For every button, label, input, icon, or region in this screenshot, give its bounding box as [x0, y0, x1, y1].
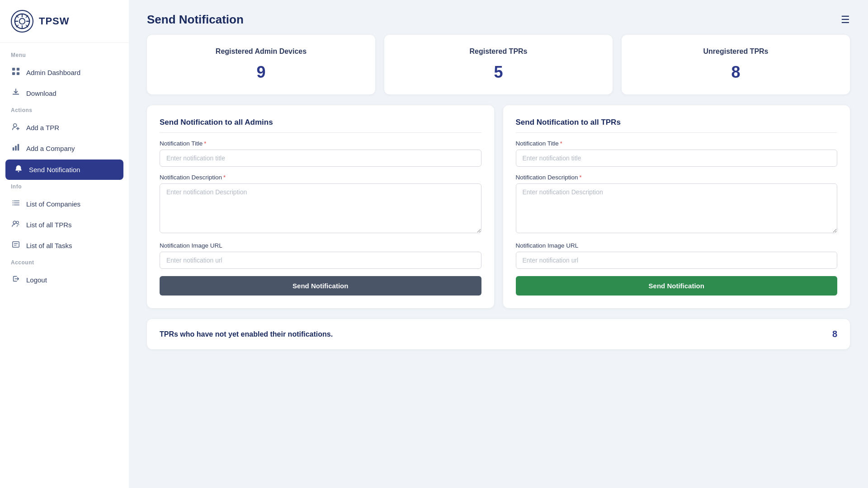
svg-rect-11 [17, 68, 19, 70]
sidebar-logo: TPSW [0, 0, 129, 43]
svg-rect-13 [17, 72, 19, 75]
sidebar-account-section: Account Logout [0, 259, 129, 290]
grid-icon [11, 67, 21, 78]
sidebar-item-label: Logout [26, 276, 47, 284]
sidebar-item-admin-dashboard[interactable]: Admin Dashboard [0, 62, 129, 83]
people-icon [11, 220, 21, 230]
logout-icon [11, 275, 21, 285]
sidebar-item-label: List of all Tasks [26, 242, 72, 249]
form-card-admins: Send Notification to all Admins Notifica… [147, 105, 494, 308]
bottom-section: TPRs who have not yet enabled their noti… [129, 319, 868, 360]
tprs-notification-url-input[interactable] [516, 252, 838, 269]
bottom-card-label: TPRs who have not yet enabled their noti… [160, 330, 333, 338]
bell-icon [14, 164, 24, 175]
admins-url-label: Notification Image URL [160, 242, 481, 249]
svg-point-1 [19, 19, 25, 24]
stat-card-registered-tprs: Registered TPRs 5 [384, 35, 613, 94]
svg-point-25 [13, 221, 16, 224]
svg-point-14 [14, 124, 17, 127]
svg-rect-16 [15, 145, 17, 150]
stat-card-admin-devices: Registered Admin Devices 9 [147, 35, 375, 94]
sidebar-nav: Menu Admin Dashboard Download Actions [0, 43, 129, 488]
bar-chart-icon [11, 143, 21, 154]
stat-value: 9 [158, 63, 364, 82]
sidebar-item-add-company[interactable]: Add a Company [0, 138, 129, 159]
actions-label: Actions [0, 107, 129, 117]
sidebar-item-label: List of Companies [26, 200, 80, 208]
stat-title: Unregistered TPRs [632, 47, 839, 56]
bottom-card: TPRs who have not yet enabled their noti… [147, 319, 850, 349]
admins-desc-label: Notification Description * [160, 174, 481, 181]
svg-rect-12 [12, 72, 15, 75]
form-tprs-title: Send Notification to all TPRs [516, 118, 838, 133]
svg-point-19 [13, 200, 14, 201]
required-star: * [580, 174, 582, 181]
sidebar-actions-section: Actions Add a TPR Add a Company S [0, 107, 129, 180]
required-star: * [560, 140, 562, 147]
stat-title: Registered Admin Devices [158, 47, 364, 56]
main-header: Send Notification ☰ [129, 0, 868, 35]
main-content: Send Notification ☰ Registered Admin Dev… [129, 0, 868, 488]
admins-notification-desc-input[interactable] [160, 183, 481, 233]
svg-point-20 [13, 202, 14, 203]
svg-rect-15 [13, 147, 14, 150]
stats-row: Registered Admin Devices 9 Registered TP… [129, 35, 868, 105]
stat-value: 8 [632, 63, 839, 82]
stat-card-unregistered-tprs: Unregistered TPRs 8 [622, 35, 850, 94]
list-icon [11, 199, 21, 209]
svg-rect-27 [13, 242, 19, 248]
tprs-title-label: Notification Title * [516, 140, 838, 147]
tasks-icon [11, 240, 21, 251]
required-star: * [204, 140, 206, 147]
sidebar-item-logout[interactable]: Logout [0, 270, 129, 290]
sidebar: TPSW Menu Admin Dashboard Download Actio… [0, 0, 129, 488]
sidebar-item-label: Download [26, 89, 57, 97]
sidebar-item-label: Admin Dashboard [26, 69, 80, 76]
admins-notification-title-input[interactable] [160, 150, 481, 167]
sidebar-item-list-tprs[interactable]: List of all TPRs [0, 215, 129, 235]
svg-point-18 [18, 171, 19, 172]
person-add-icon [11, 122, 21, 133]
bottom-card-value: 8 [832, 329, 837, 339]
sidebar-item-list-tasks[interactable]: List of all Tasks [0, 235, 129, 256]
form-admins-title: Send Notification to all Admins [160, 118, 481, 133]
required-star: * [223, 174, 226, 181]
sidebar-item-list-companies[interactable]: List of Companies [0, 194, 129, 214]
stat-value: 5 [395, 63, 602, 82]
tprs-desc-label: Notification Description * [516, 174, 838, 181]
hamburger-icon[interactable]: ☰ [841, 14, 850, 26]
sidebar-info-section: Info List of Companies List of all TPRs [0, 183, 129, 256]
svg-point-21 [13, 204, 14, 205]
info-label: Info [0, 183, 129, 193]
account-label: Account [0, 259, 129, 269]
sidebar-item-download[interactable]: Download [0, 83, 129, 103]
sidebar-item-label: Send Notification [29, 166, 80, 174]
svg-rect-17 [18, 144, 19, 150]
download-icon [11, 88, 21, 99]
sidebar-item-send-notification[interactable]: Send Notification [5, 160, 123, 180]
sidebar-item-label: Add a Company [26, 145, 75, 152]
sidebar-item-label: List of all TPRs [26, 221, 72, 229]
sidebar-item-label: Add a TPR [26, 124, 59, 131]
admins-title-label: Notification Title * [160, 140, 481, 147]
menu-label: Menu [0, 52, 129, 62]
admins-notification-url-input[interactable] [160, 252, 481, 269]
svg-rect-10 [12, 68, 15, 70]
sidebar-item-add-tpr[interactable]: Add a TPR [0, 117, 129, 138]
app-name: TPSW [39, 15, 70, 27]
send-notification-admins-button[interactable]: Send Notification [160, 276, 481, 296]
tprs-notification-title-input[interactable] [516, 150, 838, 167]
page-title: Send Notification [147, 13, 244, 27]
sidebar-menu-section: Menu Admin Dashboard Download [0, 52, 129, 103]
stat-title: Registered TPRs [395, 47, 602, 56]
logo-icon [11, 10, 33, 33]
form-card-tprs: Send Notification to all TPRs Notificati… [503, 105, 850, 308]
forms-row: Send Notification to all Admins Notifica… [129, 105, 868, 319]
svg-point-26 [16, 221, 19, 224]
tprs-url-label: Notification Image URL [516, 242, 838, 249]
send-notification-tprs-button[interactable]: Send Notification [516, 276, 838, 296]
tprs-notification-desc-input[interactable] [516, 183, 838, 233]
